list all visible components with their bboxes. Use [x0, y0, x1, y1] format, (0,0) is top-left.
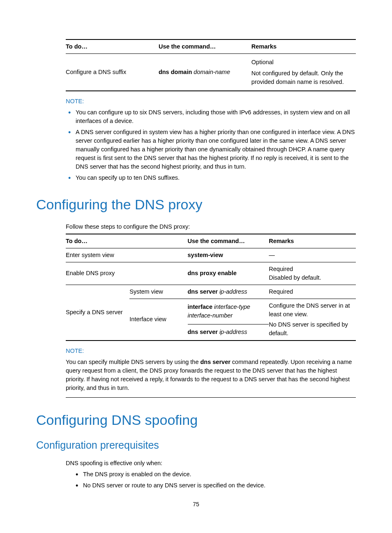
cmd-arg: ip-address: [219, 288, 247, 295]
cell-todo: Configure a DNS suffix: [66, 54, 159, 91]
note-item: You can specify up to ten DNS suffixes.: [66, 174, 356, 182]
dns-suffix-table: To do… Use the command… Remarks Configur…: [66, 39, 356, 91]
remarks-line: Configure the DNS server in at least one…: [269, 301, 353, 319]
page-number: 75: [0, 500, 392, 508]
col-command: Use the command…: [188, 234, 269, 248]
remarks-line: Disabled by default.: [269, 273, 353, 282]
subsection-heading: Configuration prerequisites: [36, 438, 356, 452]
cmd-keyword: dns domain: [159, 69, 192, 75]
cell-remarks: Optional Not configured by default. Only…: [251, 54, 356, 91]
dns-proxy-table: To do… Use the command… Remarks Enter sy…: [66, 234, 356, 341]
remarks-line: No DNS server is specified by default.: [269, 320, 353, 338]
remarks-line: Optional: [251, 58, 353, 67]
note-item: A DNS server configured in system view h…: [66, 128, 356, 171]
cmd-keyword: interface: [188, 304, 212, 310]
cell-command: dns proxy enable: [188, 262, 269, 285]
intro-text: Follow these steps to configure the DNS …: [66, 222, 356, 231]
table-row: Enter system view system-view —: [66, 248, 356, 262]
note-text: You can specify multiple DNS servers by …: [66, 359, 200, 365]
cell-command: dns server ip-address: [188, 324, 269, 341]
remarks-line: Required: [269, 265, 353, 273]
cell-remarks: Required: [269, 285, 356, 299]
cmd-keyword: dns server: [188, 288, 218, 295]
section-heading: Configuring the DNS proxy: [36, 195, 356, 215]
prereq-intro: DNS spoofing is effective only when:: [66, 459, 356, 468]
cell-todo: Specify a DNS server: [66, 285, 129, 341]
cmd-arg: domain-name: [194, 69, 230, 75]
note-label: NOTE:: [66, 347, 356, 355]
col-remarks: Remarks: [269, 234, 356, 248]
section-heading: Configuring DNS spoofing: [36, 410, 356, 430]
table-row: Enable DNS proxy dns proxy enable Requir…: [66, 262, 356, 285]
note-body: You can specify multiple DNS servers by …: [66, 358, 356, 398]
note-label: NOTE:: [66, 97, 356, 106]
cmd-arg: ip-address: [219, 329, 247, 335]
cell-todo: Enable DNS proxy: [66, 262, 188, 285]
cell-command: dns server ip-address: [188, 285, 269, 299]
col-command: Use the command…: [159, 39, 251, 54]
cell-todo: Enter system view: [66, 248, 188, 262]
cell-remarks: Configure the DNS server in at least one…: [269, 299, 356, 341]
note-list: You can configure up to six DNS servers,…: [66, 108, 356, 182]
col-remarks: Remarks: [251, 39, 356, 54]
cell-command: dns domain domain-name: [159, 54, 251, 91]
note-item: You can configure up to six DNS servers,…: [66, 108, 356, 125]
cell-view: Interface view: [129, 299, 187, 341]
cell-remarks: Required Disabled by default.: [269, 262, 356, 285]
table-row: Specify a DNS server System view dns ser…: [66, 285, 356, 299]
prereq-item: No DNS server or route to any DNS server…: [73, 481, 356, 490]
prereq-item: The DNS proxy is enabled on the device.: [73, 470, 356, 479]
table-row: Configure a DNS suffix dns domain domain…: [66, 54, 356, 91]
remarks-line: Not configured by default. Only the prov…: [251, 69, 353, 86]
note-bold: dns server: [200, 359, 230, 365]
cell-view: System view: [129, 285, 187, 299]
col-todo: To do…: [66, 234, 129, 248]
cell-remarks: —: [269, 248, 356, 262]
col-view: [129, 234, 187, 248]
col-todo: To do…: [66, 39, 159, 54]
cell-command: interface interface-type interface-numbe…: [188, 299, 269, 324]
prereq-list: The DNS proxy is enabled on the device. …: [66, 470, 356, 490]
cmd-keyword: dns server: [188, 329, 218, 335]
cell-command: system-view: [188, 248, 269, 262]
